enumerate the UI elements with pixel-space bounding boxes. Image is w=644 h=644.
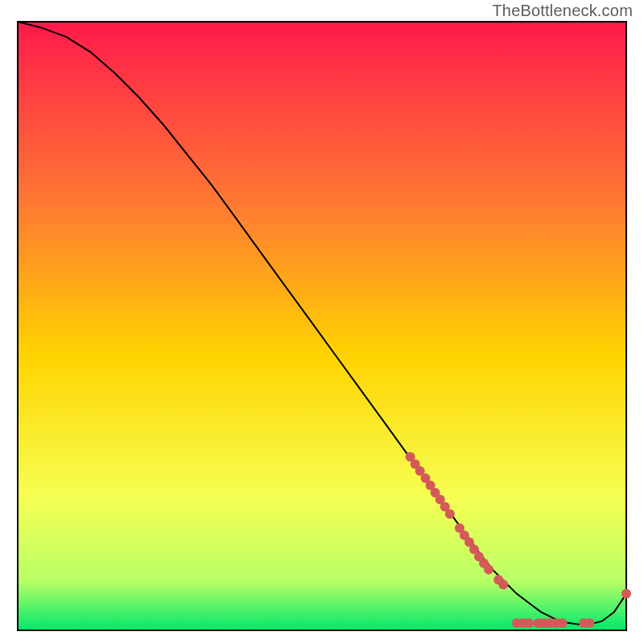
chart-stage: TheBottleneck.com <box>0 0 644 644</box>
curve-marker <box>524 618 534 628</box>
curve-marker <box>558 618 568 628</box>
curve-marker <box>484 564 493 574</box>
bottleneck-chart <box>0 0 644 644</box>
plot-background <box>18 22 626 630</box>
curve-marker <box>498 580 508 589</box>
curve-marker <box>585 618 595 628</box>
curve-marker <box>621 589 631 599</box>
curve-marker <box>445 510 455 519</box>
